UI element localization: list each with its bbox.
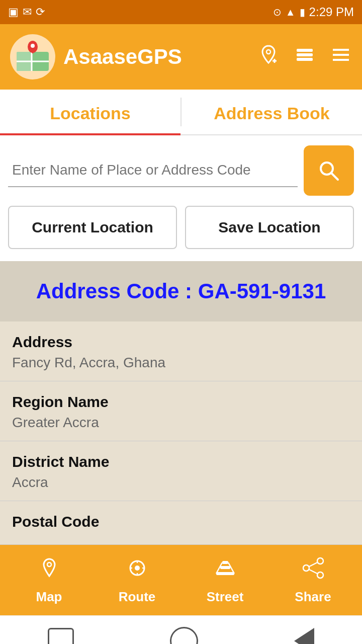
app-logo bbox=[10, 34, 55, 79]
signal-icon: ▲ bbox=[286, 7, 296, 18]
android-nav bbox=[0, 615, 362, 644]
nav-route[interactable]: Route bbox=[93, 556, 181, 605]
route-icon bbox=[125, 556, 149, 585]
svg-line-35 bbox=[309, 570, 317, 574]
time-display: 2:29 PM bbox=[309, 5, 354, 19]
region-value: Greater Accra bbox=[12, 415, 350, 431]
address-code-display: Address Code : GA-591-9131 bbox=[8, 279, 354, 303]
nav-share[interactable]: Share bbox=[269, 556, 357, 605]
region-row: Region Name Greater Accra bbox=[0, 381, 362, 441]
sim-icon: ▣ bbox=[8, 6, 19, 19]
street-icon bbox=[213, 556, 237, 585]
search-button[interactable] bbox=[304, 145, 354, 196]
menu-icon[interactable] bbox=[330, 44, 352, 70]
svg-point-33 bbox=[317, 572, 323, 578]
svg-rect-13 bbox=[297, 58, 313, 61]
region-label: Region Name bbox=[12, 393, 350, 411]
svg-line-34 bbox=[309, 562, 317, 567]
svg-point-21 bbox=[135, 566, 140, 571]
status-bar-right: ⊙ ▲ ▮ 2:29 PM bbox=[273, 5, 354, 19]
postal-label: Postal Code bbox=[12, 513, 350, 530]
share-icon bbox=[301, 556, 325, 585]
current-location-button[interactable]: Current Location bbox=[8, 206, 177, 249]
tab-address-book[interactable]: Address Book bbox=[182, 90, 362, 134]
svg-point-19 bbox=[47, 562, 51, 567]
address-code-section: Address Code : GA-591-9131 bbox=[0, 261, 362, 321]
svg-point-32 bbox=[303, 565, 309, 571]
wifi-icon: ⊙ bbox=[273, 6, 282, 18]
district-row: District Name Accra bbox=[0, 441, 362, 501]
home-button[interactable] bbox=[170, 627, 198, 645]
battery-icon: ▮ bbox=[300, 6, 305, 18]
info-section: Address Fancy Rd, Accra, Ghana Region Na… bbox=[0, 321, 362, 545]
address-label: Address bbox=[12, 334, 350, 351]
svg-rect-12 bbox=[297, 53, 313, 56]
back-button[interactable] bbox=[294, 628, 314, 645]
route-label: Route bbox=[119, 589, 156, 605]
search-input-wrapper bbox=[8, 154, 298, 187]
app-header: AsaaseGPS bbox=[0, 24, 362, 90]
map-label: Map bbox=[36, 589, 62, 605]
svg-rect-26 bbox=[216, 572, 234, 575]
save-location-button[interactable]: Save Location bbox=[185, 206, 354, 249]
postal-row: Postal Code bbox=[0, 501, 362, 545]
recent-apps-button[interactable] bbox=[48, 628, 74, 645]
bottom-nav: Map Route Street bbox=[0, 545, 362, 615]
header-icons bbox=[257, 44, 352, 70]
svg-line-18 bbox=[331, 173, 338, 180]
location-add-icon[interactable] bbox=[257, 44, 280, 70]
header-left: AsaaseGPS bbox=[10, 34, 182, 79]
svg-rect-27 bbox=[220, 566, 230, 569]
search-input[interactable] bbox=[12, 162, 294, 178]
tab-locations[interactable]: Locations bbox=[0, 90, 180, 135]
district-label: District Name bbox=[12, 453, 350, 470]
district-value: Accra bbox=[12, 474, 350, 491]
status-bar: ▣ ✉ ⟳ ⊙ ▲ ▮ 2:29 PM bbox=[0, 0, 362, 24]
tab-bar: Locations Address Book bbox=[0, 90, 362, 135]
share-label: Share bbox=[295, 589, 331, 605]
svg-rect-11 bbox=[297, 49, 313, 52]
app-name: AsaaseGPS bbox=[63, 45, 182, 69]
svg-rect-28 bbox=[222, 561, 228, 564]
svg-point-6 bbox=[31, 44, 35, 48]
notification-icon: ✉ bbox=[23, 6, 32, 19]
nav-street[interactable]: Street bbox=[181, 556, 269, 605]
action-buttons: Current Location Save Location bbox=[0, 206, 362, 261]
map-icon bbox=[37, 556, 61, 585]
search-area bbox=[0, 135, 362, 206]
svg-point-31 bbox=[317, 558, 323, 564]
svg-point-8 bbox=[266, 50, 270, 54]
layers-icon[interactable] bbox=[294, 44, 316, 70]
street-label: Street bbox=[207, 589, 244, 605]
nav-map[interactable]: Map bbox=[5, 556, 93, 605]
address-row: Address Fancy Rd, Accra, Ghana bbox=[0, 321, 362, 381]
address-value: Fancy Rd, Accra, Ghana bbox=[12, 355, 350, 371]
sync-icon: ⟳ bbox=[36, 6, 45, 19]
status-bar-left: ▣ ✉ ⟳ bbox=[8, 6, 45, 19]
